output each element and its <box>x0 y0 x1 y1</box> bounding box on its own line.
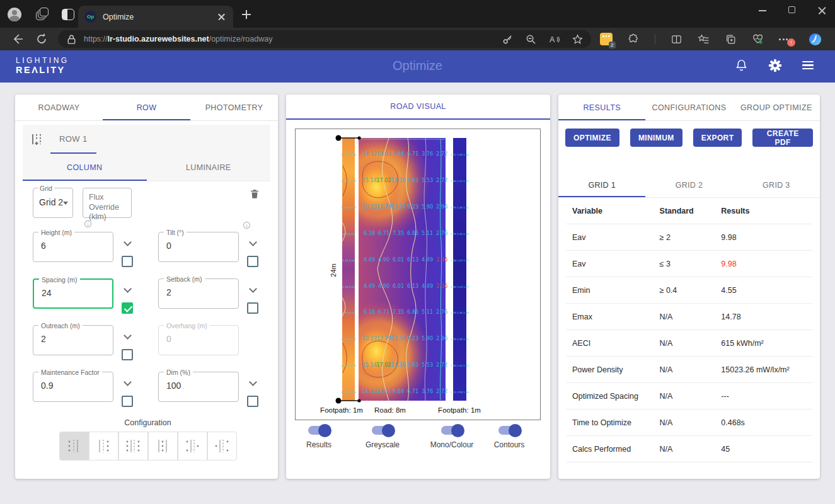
tab-grid-2[interactable]: GRID 2 <box>645 173 732 197</box>
road-visual-canvas[interactable]: 24m Footpath: 1m Road: 8m Footpath: 1m 1… <box>295 129 541 420</box>
tab-road-visual[interactable]: ROAD VISUAL <box>286 94 550 120</box>
collections-icon[interactable] <box>725 33 737 45</box>
maintenance-checkbox[interactable] <box>122 396 133 407</box>
table-row: Eav≤ 39.98 <box>566 251 812 277</box>
add-row-icon[interactable] <box>30 133 43 146</box>
optimize-button[interactable]: OPTIMIZE <box>565 129 619 147</box>
table-row: Emin≥ 0.44.55 <box>566 277 812 304</box>
grid-value: 9.93 <box>407 362 418 368</box>
split-screen-icon[interactable] <box>671 33 682 45</box>
extensions-icon[interactable] <box>628 33 640 45</box>
height-input[interactable]: Height (m) 6 <box>33 232 113 262</box>
setback-input[interactable]: Setback (m) 2 <box>158 278 239 309</box>
chevron-down-icon[interactable] <box>249 378 257 386</box>
create-pdf-button[interactable]: CREATE PDF <box>752 129 813 147</box>
tab-photometry[interactable]: PHOTOMETRY <box>190 94 278 120</box>
read-aloud-icon[interactable]: A <box>548 33 560 45</box>
tab-actions-icon[interactable] <box>62 9 74 20</box>
password-key-icon[interactable] <box>502 33 514 45</box>
tab-results[interactable]: RESULTS <box>558 94 645 120</box>
notifications-bell-icon[interactable] <box>735 58 748 72</box>
chevron-down-icon[interactable] <box>124 378 132 386</box>
chevron-down-icon[interactable] <box>249 285 257 293</box>
delete-row-icon[interactable] <box>249 188 260 200</box>
tab-grid-1[interactable]: GRID 1 <box>558 173 645 197</box>
tab-row[interactable]: ROW <box>103 94 190 120</box>
profile-avatar-icon[interactable] <box>8 8 21 21</box>
tab-grid-3[interactable]: GRID 3 <box>733 173 820 197</box>
maintenance-factor-input[interactable]: Maintenance Factor 0.9 <box>33 372 113 402</box>
address-bar[interactable]: https://lr-studio.azurewebsites.net/opti… <box>58 30 591 48</box>
favorite-star-icon[interactable] <box>572 33 584 45</box>
new-tab-button[interactable] <box>242 10 251 19</box>
grid-value: 2.72 <box>436 151 447 157</box>
chevron-down-icon[interactable] <box>124 238 132 246</box>
window-minimize-icon[interactable] <box>759 6 767 14</box>
grid-value: 15.14 <box>362 177 376 183</box>
grid-value: 15.14 <box>362 362 376 368</box>
config-option-1-icon[interactable] <box>59 432 89 461</box>
chevron-down-icon[interactable] <box>124 331 132 340</box>
info-icon[interactable] <box>243 222 250 229</box>
back-icon[interactable] <box>11 33 24 45</box>
config-option-2-icon[interactable] <box>89 432 118 461</box>
workspaces-icon[interactable] <box>35 8 49 21</box>
tilt-checkbox[interactable] <box>247 256 258 267</box>
grid-select[interactable]: Grid Grid 2 <box>33 188 73 218</box>
export-button[interactable]: EXPORT <box>693 129 742 147</box>
spacing-input[interactable]: Spacing (m) 24 <box>33 278 113 309</box>
grid-value: 2.36 <box>436 283 447 289</box>
tab-luminaire[interactable]: LUMINAIRE <box>147 154 271 181</box>
copilot-icon[interactable] <box>808 32 822 47</box>
results-panel: RESULTS CONFIGURATIONS GROUP OPTIMIZE OP… <box>558 94 820 479</box>
footpath-left-value: 11.08 10.96 <box>341 153 357 156</box>
action-buttons: OPTIMIZE MINIMUM EXPORT CREATE PDF <box>558 121 820 147</box>
table-header-row: Variable Standard Results <box>566 198 812 224</box>
config-option-6-icon[interactable] <box>207 432 237 461</box>
tab-column[interactable]: COLUMN <box>23 154 147 181</box>
tab-row-1[interactable]: ROW 1 <box>50 125 96 154</box>
browser-essentials-icon[interactable] <box>752 33 764 45</box>
tab-group-optimize[interactable]: GROUP OPTIMIZE <box>733 94 820 120</box>
config-option-3-icon[interactable] <box>118 432 148 461</box>
results-switch[interactable] <box>308 426 330 435</box>
favorites-bar-icon[interactable] <box>698 33 710 45</box>
spacing-checkbox[interactable] <box>122 302 133 314</box>
variable-cell: Optimized Spacing <box>566 392 660 401</box>
browser-tab[interactable]: Op Optimize <box>78 6 233 28</box>
flux-override-input[interactable]: Flux Override (klm) <box>83 188 132 218</box>
config-option-5-icon[interactable] <box>178 432 207 461</box>
lock-icon[interactable] <box>66 33 78 45</box>
refresh-icon[interactable] <box>35 33 48 45</box>
tilt-input[interactable]: Tilt (°) 0 <box>158 232 239 262</box>
mono-colour-switch[interactable] <box>441 426 463 435</box>
dim-checkbox[interactable] <box>247 396 258 407</box>
contours-switch[interactable] <box>498 426 520 435</box>
chevron-down-icon[interactable] <box>124 285 132 293</box>
setback-checkbox[interactable] <box>247 302 258 314</box>
zoom-out-icon[interactable] <box>525 33 537 45</box>
height-checkbox[interactable] <box>122 256 133 267</box>
tab-roadway[interactable]: ROADWAY <box>15 94 103 120</box>
dim-input[interactable]: Dim (%) 100 <box>158 372 239 402</box>
minimum-button[interactable]: MINIMUM <box>630 129 682 147</box>
settings-more-icon[interactable]: ↑ <box>779 33 793 45</box>
outreach-input[interactable]: Outreach (m) 2 <box>33 325 113 355</box>
greyscale-switch[interactable] <box>372 426 393 435</box>
notes-icon[interactable]: 2 <box>600 33 613 45</box>
chevron-down-icon[interactable] <box>249 238 257 246</box>
tab-configurations[interactable]: CONFIGURATIONS <box>645 94 732 120</box>
grid-value: 2.72 <box>436 177 447 183</box>
window-close-icon[interactable] <box>818 6 826 14</box>
grid-value: 14.12 <box>362 388 376 394</box>
config-option-4-icon[interactable] <box>148 432 178 461</box>
window-maximize-icon[interactable] <box>788 6 797 14</box>
window-controls <box>759 6 826 14</box>
info-icon[interactable] <box>84 220 91 227</box>
tab-close-icon[interactable] <box>217 12 227 22</box>
settings-gear-icon[interactable] <box>768 59 782 72</box>
outreach-checkbox[interactable] <box>122 349 133 360</box>
result-cell: 45 <box>721 445 812 454</box>
footpath-right-value: 1.69 1.33 1.13 <box>451 180 469 183</box>
hamburger-menu-icon[interactable] <box>802 59 814 71</box>
